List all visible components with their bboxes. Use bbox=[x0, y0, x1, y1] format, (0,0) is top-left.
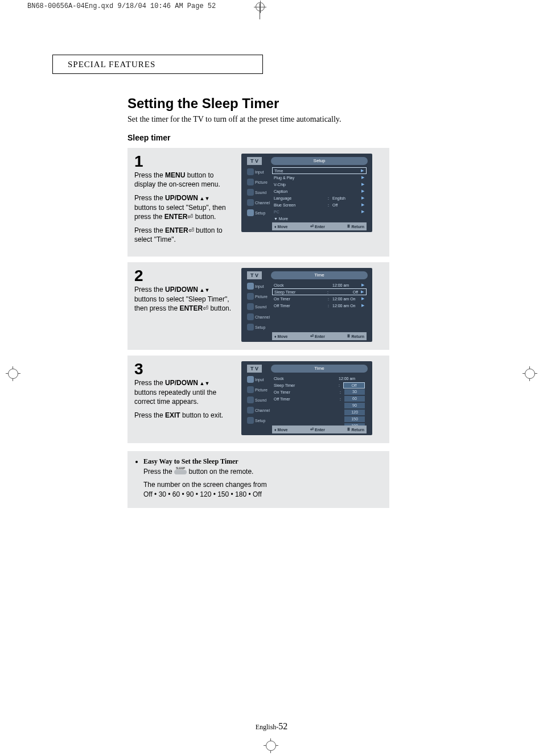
easy-way-note: Easy Way to Set the Sleep Timer Press th… bbox=[127, 451, 389, 508]
registration-mark-bottom-icon bbox=[264, 738, 278, 753]
tv-sidebar: Input Picture Sound Channel Setup bbox=[247, 375, 270, 425]
more-indicator: ▼ More bbox=[272, 215, 367, 222]
chevron-right-icon: ▶ bbox=[360, 303, 365, 308]
tv-menu-body: Clock12:00 am Sleep Timer:Off On Timer:3… bbox=[272, 375, 367, 425]
step-2-text: 2 Press the UP/DOWN ▲▼ buttons to select… bbox=[134, 268, 232, 342]
up-down-arrows-icon: ▲▼ bbox=[198, 287, 209, 293]
step-3-text: 3 Press the UP/DOWN ▲▼ buttons repeatedl… bbox=[134, 361, 232, 435]
step-3-number: 3 bbox=[134, 361, 232, 377]
sleep-remote-button-icon: SLEEP bbox=[174, 470, 187, 474]
return-icon: Ⅲ bbox=[347, 224, 350, 229]
tv-menu-title: Time bbox=[271, 365, 368, 373]
chevron-right-icon: ▶ bbox=[360, 196, 365, 200]
page-title: Setting the Sleep Timer bbox=[127, 96, 389, 111]
move-icon: ♦ bbox=[274, 225, 277, 229]
tv-menu-body: Time▶ Plug & Play▶ V-Chip▶ Caption▶ Lang… bbox=[272, 167, 367, 222]
chevron-right-icon: ▶ bbox=[360, 189, 365, 193]
page-number-lang: English- bbox=[256, 723, 279, 731]
easy-way-line1a: Press the bbox=[143, 468, 174, 476]
tv-menu-title: Time bbox=[271, 271, 368, 279]
intro-text: Set the timer for the TV to turn off at … bbox=[127, 115, 389, 124]
return-icon: Ⅲ bbox=[347, 427, 350, 432]
easy-way-line1b: button on the remote. bbox=[188, 468, 253, 476]
chevron-right-icon: ▶ bbox=[360, 175, 365, 180]
easy-way-line3: Off • 30 • 60 • 90 • 120 • 150 • 180 • O… bbox=[143, 490, 262, 498]
screenshot-sleep-options: T V Time Input Picture Sound Channel Set… bbox=[241, 361, 372, 435]
chevron-right-icon: ▶ bbox=[360, 203, 365, 207]
screenshot-time-menu: T V Time Input Picture Sound Channel Set… bbox=[241, 268, 372, 342]
chevron-right-icon: ▶ bbox=[360, 182, 365, 187]
step-1-number: 1 bbox=[134, 154, 232, 170]
page: SPECIAL FEATURES Setting the Sleep Timer… bbox=[25, 19, 518, 736]
content-column: Setting the Sleep Timer Set the timer fo… bbox=[127, 96, 389, 508]
enter-icon: ⏎ bbox=[310, 427, 314, 432]
tv-nav-hints: ♦ Move ⏎ Enter Ⅲ Return bbox=[272, 332, 367, 340]
tv-sidebar: Input Picture Sound Channel Setup bbox=[247, 167, 270, 222]
tv-tab: T V bbox=[247, 365, 262, 373]
step-1-text: 1 Press the MENU button to display the o… bbox=[134, 154, 232, 249]
tv-sidebar: Input Picture Sound Channel Setup bbox=[247, 282, 270, 332]
file-info-header: BN68-00656A-04Eng.qxd 9/18/04 10:46 AM P… bbox=[23, 0, 220, 13]
move-icon: ♦ bbox=[274, 334, 277, 338]
registration-mark-top-icon bbox=[256, 2, 265, 11]
chevron-right-icon: ▶ bbox=[360, 296, 365, 301]
subhead: Sleep timer bbox=[127, 133, 389, 142]
tv-menu-title: Setup bbox=[271, 157, 368, 165]
tv-tab: T V bbox=[247, 157, 262, 165]
up-down-arrows-icon: ▲▼ bbox=[198, 381, 209, 386]
tv-nav-hints: ♦ Move ⏎ Enter Ⅲ Return bbox=[272, 425, 367, 433]
step-1: 1 Press the MENU button to display the o… bbox=[127, 148, 389, 257]
section-header-text: SPECIAL FEATURES bbox=[68, 60, 155, 69]
tv-nav-hints: ♦ Move ⏎ Enter Ⅲ Return bbox=[272, 222, 367, 230]
easy-way-heading: Easy Way to Set the Sleep Timer bbox=[143, 457, 238, 465]
up-down-arrows-icon: ▲▼ bbox=[198, 196, 209, 201]
easy-way-line2: The number on the screen changes from bbox=[143, 481, 267, 489]
step-3: 3 Press the UP/DOWN ▲▼ buttons repeatedl… bbox=[127, 356, 389, 443]
enter-icon: ⏎ bbox=[310, 224, 314, 229]
page-number: English-52 bbox=[25, 721, 518, 732]
registration-mark-left-icon bbox=[6, 366, 20, 381]
tv-menu-body: Clock12:00 am▶ Sleep Timer:Off▶ On Timer… bbox=[272, 282, 367, 332]
chevron-right-icon: ▶ bbox=[360, 290, 364, 294]
chevron-right-icon: ▶ bbox=[360, 283, 365, 287]
enter-icon: ⏎ bbox=[187, 213, 193, 221]
page-number-value: 52 bbox=[278, 721, 287, 731]
step-2: 2 Press the UP/DOWN ▲▼ buttons to select… bbox=[127, 262, 389, 350]
screenshot-setup-menu: T V Setup Input Picture Sound Channel Se… bbox=[241, 154, 372, 232]
registration-mark-right-icon bbox=[523, 366, 537, 381]
step-2-number: 2 bbox=[134, 268, 232, 284]
return-icon: Ⅲ bbox=[347, 334, 350, 338]
section-header: SPECIAL FEATURES bbox=[52, 55, 263, 74]
enter-icon: ⏎ bbox=[310, 334, 314, 338]
enter-icon: ⏎ bbox=[203, 304, 208, 312]
enter-icon: ⏎ bbox=[188, 226, 194, 234]
chevron-right-icon: ▶ bbox=[360, 168, 364, 173]
tv-tab: T V bbox=[247, 271, 262, 279]
move-icon: ♦ bbox=[274, 428, 277, 432]
